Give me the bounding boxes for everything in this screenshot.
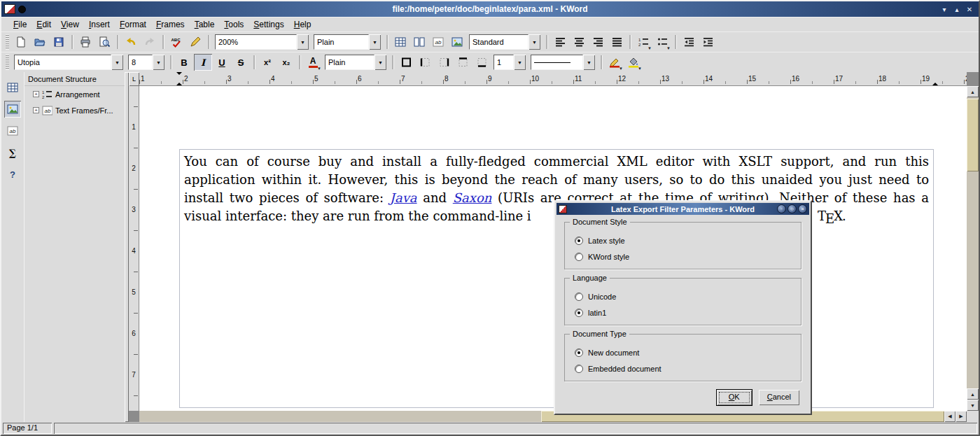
font-size-combo[interactable]: 8▼ bbox=[128, 55, 164, 70]
maximize-button[interactable]: ▴ bbox=[951, 3, 963, 15]
document-canvas[interactable]: You can of course buy and install a full… bbox=[139, 86, 967, 411]
insert-table-button[interactable] bbox=[391, 34, 410, 50]
paragraph-style-combo[interactable]: Plain▼ bbox=[314, 34, 381, 50]
tool-picture-button[interactable] bbox=[4, 101, 21, 118]
spellcheck-button[interactable]: ABC bbox=[167, 34, 186, 50]
menu-format[interactable]: Format bbox=[115, 18, 151, 31]
font-family-combo[interactable]: Utopia▼ bbox=[14, 55, 123, 70]
border-right-button[interactable] bbox=[435, 54, 453, 71]
horizontal-scrollbar[interactable]: ◀ ▶ bbox=[139, 411, 967, 422]
latin1-radio[interactable]: latin1 bbox=[570, 304, 795, 321]
font-family-combo-dropdown-button[interactable]: ▼ bbox=[111, 55, 123, 70]
print-button[interactable] bbox=[76, 34, 94, 50]
kword-style-radio[interactable]: KWord style bbox=[570, 248, 795, 265]
font-color-button[interactable]: A▼ bbox=[304, 54, 322, 71]
bullet-list-button[interactable]: ▼ bbox=[653, 34, 671, 50]
vertical-scrollbar[interactable]: ▲ ▲ ▼ bbox=[967, 86, 979, 411]
align-center-button[interactable] bbox=[570, 34, 588, 50]
vertical-scroll-track[interactable] bbox=[967, 97, 979, 388]
unicode-radio-indicator[interactable] bbox=[575, 293, 583, 301]
menu-tools[interactable]: Tools bbox=[219, 18, 248, 31]
increase-indent-button[interactable] bbox=[699, 34, 717, 50]
dialog-minimize-button[interactable]: · bbox=[777, 204, 786, 213]
dialog-titlebar[interactable]: Latex Export Filter Parameters - KWord ·… bbox=[556, 203, 809, 215]
menu-view[interactable]: View bbox=[56, 18, 84, 31]
app-icon[interactable] bbox=[4, 4, 15, 14]
latex-style-radio[interactable]: Latex style bbox=[570, 232, 795, 248]
dialog-maximize-button[interactable]: ○ bbox=[788, 204, 797, 213]
open-document-button[interactable] bbox=[31, 34, 49, 50]
sticky-pin-icon[interactable] bbox=[18, 6, 26, 13]
insert-picture-button[interactable] bbox=[448, 34, 466, 50]
border-left-button[interactable] bbox=[416, 54, 434, 71]
minimize-button[interactable]: ▾ bbox=[938, 3, 951, 15]
menu-edit[interactable]: Edit bbox=[31, 18, 56, 31]
redo-button[interactable] bbox=[141, 34, 159, 50]
border-width-combo[interactable]: 1▼ bbox=[493, 55, 526, 70]
unicode-radio[interactable]: Unicode bbox=[570, 288, 795, 304]
print-preview-button[interactable] bbox=[95, 34, 113, 50]
style-combo[interactable]: Standard▼ bbox=[469, 34, 540, 50]
insert-columns-button[interactable] bbox=[410, 34, 428, 50]
save-document-button[interactable] bbox=[50, 34, 68, 50]
tree-expander[interactable]: + bbox=[33, 107, 39, 113]
border-outline-button[interactable] bbox=[397, 54, 415, 71]
zoom-combo-dropdown-button[interactable]: ▼ bbox=[297, 34, 309, 50]
menu-file[interactable]: File bbox=[8, 18, 31, 31]
paragraph-style-combo-dropdown-button[interactable]: ▼ bbox=[369, 34, 381, 50]
tree-expander[interactable]: + bbox=[33, 91, 39, 97]
titlebar[interactable]: file:/home/peter/doc/beginlatex/para.xml… bbox=[1, 1, 979, 17]
border-top-button[interactable] bbox=[454, 54, 472, 71]
vertical-scroll-thumb[interactable] bbox=[967, 99, 979, 171]
scroll-up-button[interactable]: ▲ bbox=[967, 86, 979, 97]
horizontal-ruler[interactable]: 1234567891011121314151617181920 bbox=[139, 72, 967, 86]
decrease-indent-button[interactable] bbox=[680, 34, 698, 50]
scroll-up-button-2[interactable]: ▲ bbox=[967, 388, 979, 400]
background-color-button[interactable]: ▼ bbox=[624, 54, 643, 71]
dialog-close-button[interactable]: × bbox=[798, 204, 807, 213]
embedded-document-radio[interactable]: Embedded document bbox=[570, 360, 795, 377]
close-button[interactable]: ✕ bbox=[963, 3, 976, 15]
tree-item-arrangement[interactable]: +12Arrangement bbox=[24, 86, 125, 102]
latin1-radio-indicator[interactable] bbox=[575, 309, 583, 317]
insert-text-frame-button[interactable]: ab bbox=[429, 34, 447, 50]
new-document-button[interactable] bbox=[12, 34, 30, 50]
align-right-button[interactable] bbox=[589, 34, 607, 50]
scroll-right-button[interactable]: ▶ bbox=[955, 411, 967, 422]
font-size-combo-dropdown-button[interactable]: ▼ bbox=[153, 55, 164, 70]
border-width-combo-dropdown-button[interactable]: ▼ bbox=[514, 55, 526, 70]
menu-help[interactable]: Help bbox=[289, 18, 316, 31]
scroll-left-button[interactable]: ◀ bbox=[944, 411, 955, 422]
zoom-combo[interactable]: 200%▼ bbox=[215, 34, 309, 50]
toolbar-handle[interactable] bbox=[6, 34, 9, 50]
underline-button[interactable]: U bbox=[213, 54, 231, 71]
left-indent-marker[interactable] bbox=[176, 72, 182, 78]
bold-button[interactable]: B bbox=[175, 54, 193, 71]
first-line-indent-marker[interactable] bbox=[176, 80, 182, 85]
tree-item-text-frames-fr-[interactable]: +abText Frames/Fr... bbox=[24, 102, 125, 118]
align-left-button[interactable] bbox=[551, 34, 569, 50]
menu-table[interactable]: Table bbox=[190, 18, 220, 31]
menu-frames[interactable]: Frames bbox=[151, 18, 190, 31]
character-style-combo-dropdown-button[interactable]: ▼ bbox=[374, 55, 386, 70]
scroll-down-button[interactable]: ▼ bbox=[967, 400, 979, 411]
tool-formula-button[interactable]: ∑ bbox=[4, 144, 21, 161]
menu-settings[interactable]: Settings bbox=[248, 18, 288, 31]
toolbar-handle[interactable] bbox=[6, 55, 9, 70]
cancel-button[interactable]: Cancel bbox=[759, 390, 799, 405]
border-style-combo[interactable]: ▼ bbox=[531, 55, 595, 70]
superscript-button[interactable]: x² bbox=[258, 54, 276, 71]
character-style-combo[interactable]: Plain▼ bbox=[325, 55, 386, 70]
numbered-list-button[interactable]: 12▼ bbox=[634, 34, 652, 50]
latex-style-radio-indicator[interactable] bbox=[575, 237, 583, 245]
align-justify-button[interactable] bbox=[608, 34, 626, 50]
hyperlink-saxon[interactable]: Saxon bbox=[453, 190, 492, 205]
border-style-combo-dropdown-button[interactable]: ▼ bbox=[583, 55, 595, 70]
autoformat-button[interactable] bbox=[186, 34, 204, 50]
ok-button[interactable]: OK bbox=[717, 390, 752, 405]
new-document-radio[interactable]: New document bbox=[570, 344, 795, 360]
border-color-button[interactable]: ▼ bbox=[606, 54, 624, 71]
horizontal-scroll-track[interactable] bbox=[139, 411, 944, 422]
strikethrough-button[interactable]: S bbox=[232, 54, 250, 71]
vertical-ruler[interactable]: 12345678 bbox=[129, 86, 139, 411]
